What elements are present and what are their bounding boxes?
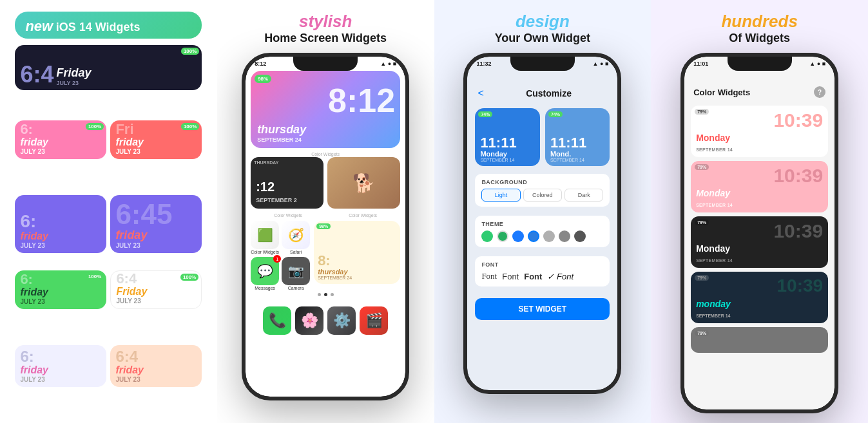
cw-widget-dark[interactable]: 79% 10:39 Monday SEPTEMBER 14 bbox=[691, 216, 828, 268]
phone-notch-3 bbox=[510, 57, 575, 71]
widget-purple-large[interactable]: 6:45 friday JULY 23 bbox=[110, 195, 202, 253]
font-option-bold[interactable]: Font bbox=[524, 272, 542, 281]
theme-dot-gray1[interactable] bbox=[543, 230, 555, 242]
font-option-serif[interactable]: Font bbox=[481, 271, 497, 281]
font-options: Font Font Font ✓ Font bbox=[481, 271, 603, 281]
panel3-stylized-title: design bbox=[495, 12, 591, 32]
color-screen: 11:01 ▲ ● ■ Color Widgets ? 79% 10:39 Mo… bbox=[684, 57, 834, 409]
widget-green[interactable]: 100% 6: friday JULY 23 bbox=[15, 270, 106, 309]
background-label: BACKGROUND bbox=[481, 179, 603, 185]
preview-day-left: Monday bbox=[480, 150, 535, 158]
set-widget-button[interactable]: SET WIDGET bbox=[475, 298, 610, 320]
app-item-camera[interactable]: 📷 Camera bbox=[282, 257, 310, 290]
widget-label-1: Color Widgets bbox=[251, 152, 400, 156]
font-option-normal[interactable]: Font bbox=[502, 272, 519, 281]
panel4-stylized-title: hundreds bbox=[721, 12, 797, 32]
app-item-safari[interactable]: 🧭 Safari bbox=[282, 221, 310, 254]
bg-btn-colored[interactable]: Colored bbox=[523, 189, 562, 202]
battery-badge-small: 98% bbox=[316, 223, 331, 229]
panel-stylish: stylish Home Screen Widgets 8:12 ▲ ● ■ 9… bbox=[217, 0, 434, 423]
widget-med-time: :12 bbox=[256, 180, 275, 194]
widget-light[interactable]: 6: friday JULY 23 bbox=[15, 345, 106, 387]
widget-top-label: THURSDAY bbox=[254, 160, 278, 165]
preview-date-left: SEPTEMBER 14 bbox=[480, 158, 535, 162]
widget-day: Friday bbox=[56, 66, 91, 80]
bg-btn-light[interactable]: Light bbox=[481, 189, 520, 202]
cw-day-2: Monday bbox=[696, 188, 730, 198]
theme-dot-green1[interactable] bbox=[481, 230, 493, 242]
status-icons: ▲ ● ■ bbox=[380, 61, 396, 67]
widget-small-colorful[interactable]: 98% 8: thursday SEPTEMBER 24 bbox=[314, 221, 400, 284]
back-arrow-icon[interactable]: < bbox=[477, 88, 483, 99]
cw-battery-5: 79% bbox=[695, 330, 709, 336]
theme-dot-dark[interactable] bbox=[574, 230, 586, 242]
apps-grid: 🟩 Color Widgets 🧭 Safari 💬 1 bbox=[251, 221, 310, 290]
status-icons-4: ▲ ● ■ bbox=[809, 61, 825, 67]
cw-battery-1: 79% bbox=[695, 109, 709, 115]
widget-label-2: Color Widgets bbox=[251, 213, 325, 218]
theme-section: THEME bbox=[475, 216, 610, 247]
preview-time-right: 11:11 bbox=[550, 136, 605, 150]
preview-widget-left[interactable]: 74% 11:11 Monday SEPTEMBER 14 bbox=[475, 108, 540, 166]
app-label-colorwidgets: Color Widgets bbox=[251, 250, 279, 254]
widget-black-large[interactable]: 100% 6:4 Friday JULY 23 bbox=[15, 45, 202, 90]
app-label-camera: Camera bbox=[288, 286, 304, 290]
cw-widget-white[interactable]: 79% 10:39 Monday SEPTEMBER 14 bbox=[691, 106, 828, 157]
widget-white[interactable]: 100% 6:4 Friday JULY 23 bbox=[110, 270, 202, 309]
widget-peach[interactable]: 6:4 friday JULY 23 bbox=[110, 345, 202, 387]
theme-dot-blue1[interactable] bbox=[512, 230, 524, 242]
preview-battery-right: 74% bbox=[548, 111, 563, 117]
status-time-4: 11:01 bbox=[693, 61, 708, 67]
status-time: 8:12 bbox=[255, 61, 266, 67]
widget-medium-dark[interactable]: THURSDAY :12 SEPTEMBER 2 bbox=[251, 157, 323, 209]
cw-time-1: 10:39 bbox=[773, 111, 823, 130]
cw-time-3: 10:39 bbox=[773, 221, 823, 241]
small-widget-time: 8: bbox=[318, 254, 396, 268]
app-icon-colorwidgets: 🟩 bbox=[251, 221, 279, 249]
theme-dot-blue2[interactable] bbox=[528, 230, 539, 242]
dock-video[interactable]: 🎬 bbox=[360, 306, 388, 335]
widget-purple-small[interactable]: 6: friday JULY 23 bbox=[15, 195, 106, 253]
app-item-messages[interactable]: 💬 1 Messages bbox=[251, 257, 279, 290]
theme-dot-gray2[interactable] bbox=[559, 230, 570, 242]
help-button[interactable]: ? bbox=[814, 86, 825, 98]
widget-medium-photo[interactable]: 🐕 bbox=[327, 157, 400, 209]
page-dots bbox=[251, 290, 400, 299]
phone-mockup-2: 8:12 ▲ ● ■ 98% thursday SEPTEMBER 24 8:1… bbox=[242, 53, 409, 400]
cw-day-4: monday bbox=[696, 299, 731, 309]
dock-settings[interactable]: ⚙️ bbox=[327, 306, 356, 335]
app-label-messages: Messages bbox=[255, 286, 275, 290]
font-section: FONT Font Font Font ✓ Font bbox=[475, 256, 610, 287]
preview-time-left: 11:11 bbox=[480, 136, 535, 150]
dock-phone[interactable]: 📞 bbox=[263, 306, 291, 335]
widget-day: friday bbox=[20, 287, 101, 298]
cw-widget-extra[interactable]: 79% bbox=[691, 327, 828, 353]
bg-btn-dark[interactable]: Dark bbox=[564, 189, 603, 202]
color-header: Color Widgets ? bbox=[684, 68, 834, 102]
widget-large-colorful[interactable]: 98% thursday SEPTEMBER 24 8:12 bbox=[251, 71, 400, 148]
widget-date: JULY 23 bbox=[115, 376, 197, 383]
cw-date-1: SEPTEMBER 14 bbox=[696, 147, 733, 152]
cw-widget-pink[interactable]: 79% 10:39 Monday SEPTEMBER 14 bbox=[691, 161, 828, 212]
app-item-colorwidgets[interactable]: 🟩 Color Widgets bbox=[251, 221, 279, 254]
widget-date: JULY 23 bbox=[20, 242, 101, 249]
widget-date: JULY 23 bbox=[20, 298, 101, 305]
preview-widget-right[interactable]: 74% 11:11 Mond. SEPTEMBER 14 bbox=[545, 108, 610, 166]
widget-pink[interactable]: 100% 6: friday JULY 23 bbox=[15, 120, 106, 159]
panel-hundreds: hundreds Of Widgets 11:01 ▲ ● ■ Color Wi… bbox=[651, 0, 868, 423]
widget-day: Friday bbox=[116, 286, 196, 297]
widget-labels-row: Color Widgets Color Widgets bbox=[251, 212, 400, 218]
font-option-italic[interactable]: ✓ Font bbox=[547, 272, 574, 281]
home-screen: 98% thursday SEPTEMBER 24 8:12 Color Wid… bbox=[246, 68, 405, 301]
app-icon-messages: 💬 1 bbox=[251, 257, 279, 285]
panel4-main-title: Of Widgets bbox=[721, 32, 797, 45]
widget-date: JULY 23 bbox=[56, 80, 91, 86]
battery-badge: 100% bbox=[86, 273, 104, 280]
theme-dot-green2[interactable] bbox=[497, 230, 508, 242]
dock-photos[interactable]: 🌸 bbox=[295, 306, 323, 335]
cw-widget-teal[interactable]: 79% 10:39 monday SEPTEMBER 14 bbox=[691, 272, 828, 323]
cw-battery-2: 79% bbox=[695, 164, 709, 170]
app-icon-safari: 🧭 bbox=[282, 221, 310, 249]
theme-label: THEME bbox=[481, 221, 603, 227]
widget-coral[interactable]: 100% Fri friday JULY 23 bbox=[110, 120, 202, 159]
